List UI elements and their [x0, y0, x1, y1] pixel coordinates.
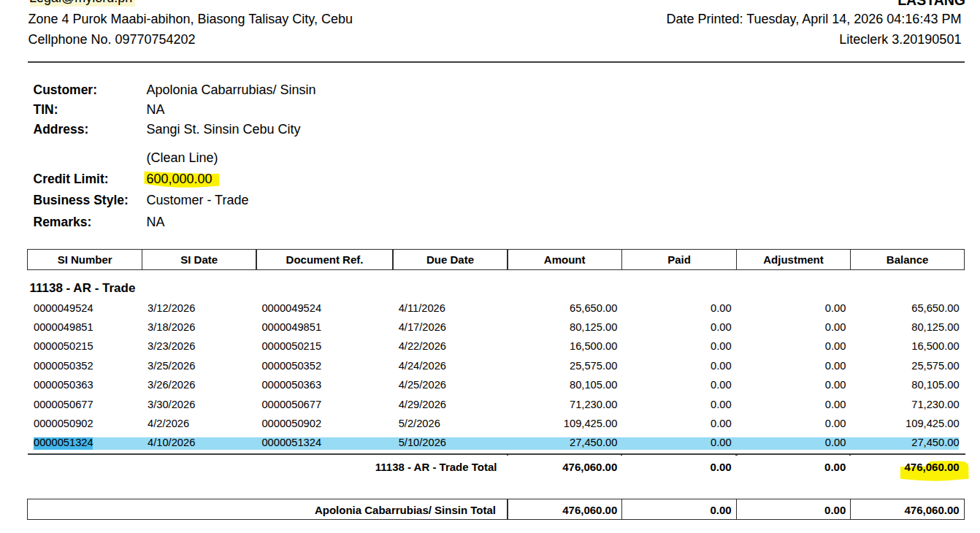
table-cell: 0.00	[711, 322, 732, 333]
table-cell: 4/25/2026	[399, 380, 446, 391]
table-cell: 0.00	[711, 361, 732, 372]
table-cell: 65,650.00	[570, 303, 617, 314]
date-printed: Date Printed: Tuesday, April 14, 2026 04…	[666, 12, 961, 26]
table-cell: 71,230.00	[570, 399, 617, 410]
customer-field-value: NA	[146, 215, 164, 229]
customer-field-value: (Clean Line)	[146, 151, 218, 164]
column-header-adjustment: Adjustment	[737, 254, 851, 265]
table-cell: 0000050363	[34, 380, 93, 391]
table-cell: 0.00	[825, 322, 846, 333]
table-cell: 0000050352	[261, 361, 321, 372]
table-cell: 0000050215	[34, 341, 93, 352]
table-cell: 0000049851	[34, 322, 93, 333]
column-header-amount: Amount	[508, 254, 621, 265]
table-cell: 25,575.00	[911, 361, 959, 372]
statement-of-account-report: Legal@mylord.ph LASTANG Zone 4 Purok Maa…	[0, 0, 980, 533]
table-cell: 0.00	[711, 303, 732, 314]
customer-field-label: Credit Limit:	[34, 173, 109, 186]
table-cell: 65,650.00	[911, 303, 959, 314]
table-cell: 27,450.00	[911, 437, 959, 448]
table-cell: 80,125.00	[570, 322, 617, 333]
customer-total-adjustment: 0.00	[824, 505, 846, 515]
table-cell: 0.00	[711, 437, 732, 448]
table-cell: 4/29/2026	[399, 399, 446, 410]
group-total-label: 11138 - AR - Trade Total	[375, 461, 497, 472]
customer-field-label: Business Style:	[34, 194, 129, 207]
group-total-adjustment: 0.00	[824, 461, 846, 472]
table-cell: 0.00	[711, 341, 732, 352]
table-cell: 3/26/2026	[148, 380, 195, 391]
table-cell: 80,125.00	[911, 322, 959, 333]
table-cell: 5/2/2026	[399, 418, 440, 429]
company-phone: Cellphone No. 09770754202	[28, 33, 195, 46]
column-header-paid: Paid	[621, 254, 736, 265]
table-cell: 109,425.00	[564, 418, 618, 429]
customer-total-label: Apolonia Cabarrubias/ Sinsin Total	[315, 505, 496, 515]
table-cell: 0.00	[825, 303, 846, 314]
table-cell: 4/10/2026	[148, 437, 195, 448]
customer-total-amount: 476,060.00	[562, 505, 617, 515]
table-cell: 0000050677	[261, 399, 321, 410]
table-cell: 0000051324	[261, 437, 321, 448]
table-cell: 0000050902	[261, 418, 321, 429]
table-cell: 0000050352	[34, 361, 93, 372]
table-cell: 0.00	[825, 361, 846, 372]
table-cell: 3/18/2026	[148, 322, 195, 333]
app-version: Liteclerk 3.20190501	[839, 33, 961, 46]
table-cell: 0.00	[825, 418, 846, 429]
table-cell: 3/12/2026	[148, 303, 195, 314]
column-header-si-number: SI Number	[28, 254, 142, 265]
customer-field-label: Remarks:	[34, 216, 92, 229]
table-cell: 3/23/2026	[148, 341, 195, 352]
column-header-balance: Balance	[850, 254, 965, 265]
table-cell: 5/10/2026	[399, 437, 446, 448]
table-cell: 0.00	[825, 399, 846, 410]
table-cell: 4/22/2026	[399, 341, 446, 352]
table-cell: 0.00	[825, 380, 846, 391]
table-cell: 109,425.00	[906, 418, 960, 429]
group-total-paid: 0.00	[710, 461, 731, 472]
column-tick	[735, 455, 737, 456]
table-cell: 16,500.00	[570, 341, 617, 352]
table-cell: 0000051324	[34, 437, 93, 448]
table-cell: 0.00	[711, 418, 732, 429]
total-column-divider	[507, 499, 508, 520]
column-header-due-date: Due Date	[393, 254, 508, 265]
customer-total-paid: 0.00	[710, 505, 731, 515]
group-total-balance: 476,060.00	[905, 461, 960, 472]
table-cell: 4/24/2026	[399, 361, 446, 372]
table-cell: 16,500.00	[911, 341, 959, 352]
customer-field-label: Address:	[34, 123, 89, 137]
table-cell: 25,575.00	[570, 361, 617, 372]
table-cell: 4/2/2026	[148, 418, 189, 429]
group-total-amount: 476,060.00	[562, 461, 617, 472]
table-cell: 4/11/2026	[399, 303, 445, 314]
company-email-link[interactable]: Legal@mylord.ph	[29, 0, 132, 4]
table-cell: 0.00	[825, 341, 846, 352]
customer-field-value: NA	[146, 103, 164, 116]
table-cell: 71,230.00	[911, 399, 959, 410]
total-column-divider	[621, 499, 622, 520]
company-address: Zone 4 Purok Maabi-abihon, Biasong Talis…	[28, 12, 353, 26]
table-cell: 4/17/2026	[399, 322, 446, 333]
table-cell: 0000050363	[261, 380, 321, 391]
company-name: LASTANG	[897, 0, 965, 8]
column-tick	[507, 455, 508, 456]
customer-field-value: Sangi St. Sinsin Cebu City	[146, 123, 300, 136]
customer-total-balance: 476,060.00	[905, 505, 960, 515]
total-column-divider	[736, 499, 737, 520]
table-cell: 80,105.00	[570, 380, 617, 391]
table-cell: 0.00	[825, 437, 846, 448]
customer-field-label: TIN:	[34, 104, 58, 117]
table-cell: 0000050215	[261, 341, 321, 352]
customer-field-label: Customer:	[34, 84, 98, 97]
table-cell: 0000049851	[261, 322, 321, 333]
group-header: 11138 - AR - Trade	[30, 282, 136, 294]
column-header-document-ref: Document Ref.	[256, 254, 393, 265]
customer-field-value: Customer - Trade	[146, 193, 248, 207]
table-cell: 3/30/2026	[148, 399, 195, 410]
column-tick	[849, 455, 851, 456]
table-cell: 3/25/2026	[148, 361, 195, 372]
table-cell: 0.00	[711, 380, 732, 391]
total-column-divider	[850, 499, 851, 520]
